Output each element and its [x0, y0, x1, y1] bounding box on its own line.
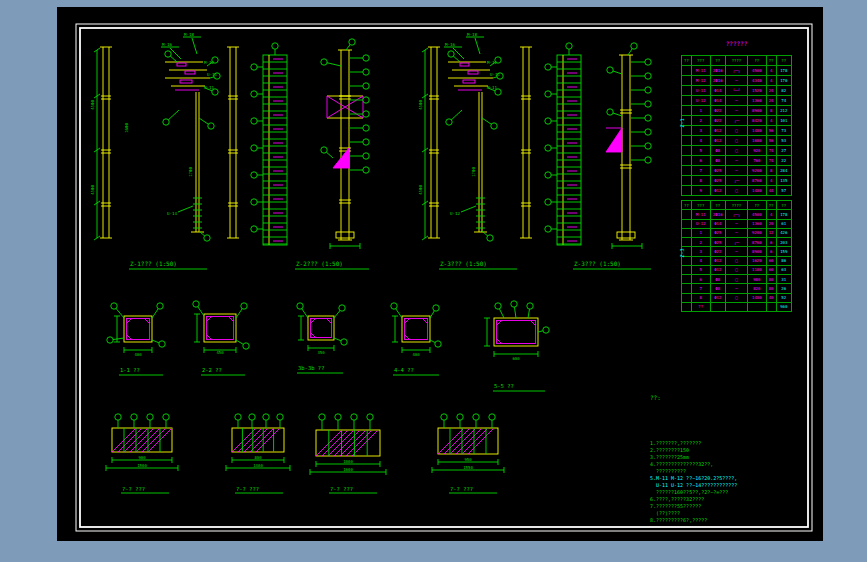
table-cell: [747, 302, 766, 311]
table-cell: □: [725, 186, 747, 196]
table-cell: [682, 275, 692, 284]
table-row: 6Φ8□9808031: [682, 275, 792, 284]
table-cell: 8: [691, 293, 710, 302]
table-cell: 8: [766, 106, 776, 116]
table-cell: 4340: [747, 76, 766, 86]
elev1-label: Z-1??? (1:50): [130, 260, 177, 267]
table-cell: Φ12: [710, 265, 725, 274]
note-line: 1.???????,???????: [650, 440, 815, 447]
table-cell: Φ12: [710, 186, 725, 196]
table-cell: 2: [691, 116, 710, 126]
table-cell: 1360: [747, 96, 766, 106]
table-cell: Φ22: [710, 247, 725, 256]
table-cell: ┌─┐: [725, 66, 747, 76]
balloon-marker: [511, 301, 517, 307]
table-cell: 1480: [747, 293, 766, 302]
note-line: ??????????: [650, 468, 815, 475]
table-cell: 1520: [747, 86, 766, 96]
table-cell: 8900: [747, 106, 766, 116]
table-cell: □: [725, 146, 747, 156]
table-cell: 4: [766, 210, 776, 219]
table-cell: [682, 186, 692, 196]
table-cell: 24: [766, 86, 776, 96]
table-cell: [682, 176, 692, 186]
table-cell: [682, 136, 692, 146]
table-cell: 2Φ16: [710, 66, 725, 76]
table-cell: [725, 302, 747, 311]
table-cell: ─: [725, 106, 747, 116]
rebar-schedule-table-1: ?????????????????M-112Φ16┌─┐45004178M-12…: [681, 55, 792, 196]
balloon-marker: [131, 414, 137, 420]
table-cell: Φ8: [710, 146, 725, 156]
table-cell: 82: [776, 86, 791, 96]
table-cell: 8760: [747, 238, 766, 247]
mid-section-3-dim: 350: [317, 350, 325, 355]
balloon-marker: [607, 109, 613, 115]
table-header-cell: ??: [710, 201, 725, 210]
table-cell: 101: [776, 116, 791, 126]
table-cell: 12: [766, 228, 776, 237]
table-cell: 8420: [747, 116, 766, 126]
table-cell: 5: [691, 265, 710, 274]
balloon-marker: [491, 123, 497, 129]
table-cell: 1180: [747, 265, 766, 274]
table-cell: └─┘: [725, 86, 747, 96]
table-cell: 1080: [747, 136, 766, 146]
table-row: M-112Φ16┌─┐45004178: [682, 66, 792, 76]
table-cell: 24: [766, 96, 776, 106]
table-cell: 56: [766, 126, 776, 136]
table-row: 2Φ22┌─84204101: [682, 116, 792, 126]
table-cell: Φ12: [710, 126, 725, 136]
table-cell: 26: [776, 284, 791, 293]
table-row: M-122Φ16─43404170: [682, 76, 792, 86]
bottom-section-4-dim2: 1550: [463, 465, 473, 470]
table-cell: ─: [725, 96, 747, 106]
elev3-dim4: 1700: [471, 167, 476, 177]
table-cell: [682, 219, 692, 228]
table-cell: ─: [725, 284, 747, 293]
table-cell: 31: [776, 275, 791, 284]
bottom-section-4-dim1: 950: [464, 457, 472, 462]
table-cell: ??: [691, 302, 710, 311]
table-cell: 6: [691, 275, 710, 284]
elev3-ann-top2: M-18: [467, 32, 478, 37]
cad-viewer: M-16 M-18 M-12 U-11 M-11 U-14 4500 4500 …: [0, 0, 867, 562]
elev1-ann-top1: M-16: [162, 42, 173, 47]
mid-section-3-label: 3b-3b ??: [298, 365, 325, 371]
table-cell: 3: [691, 247, 710, 256]
table-cell: ─: [725, 156, 747, 166]
table-cell: 52: [776, 293, 791, 302]
table-cell: 8: [766, 166, 776, 176]
balloon-marker: [335, 414, 341, 420]
balloon-marker: [545, 145, 551, 151]
note-line: 8.?????????6?,?????: [650, 517, 815, 524]
table-cell: □: [725, 265, 747, 274]
table-cell: 7: [691, 166, 710, 176]
balloon-marker: [297, 303, 303, 309]
table-cell: 56: [766, 136, 776, 146]
table-cell: 1: [691, 106, 710, 116]
elev3-dim1: 4500: [418, 100, 423, 110]
table-cell: U-12: [691, 96, 710, 106]
table-cell: ┌─: [725, 116, 747, 126]
balloon-marker: [339, 305, 345, 311]
table-cell: Φ25: [710, 176, 725, 186]
table-cell: 760: [747, 156, 766, 166]
table-cell: 8900: [747, 247, 766, 256]
elev3-dim2: 4500: [418, 185, 423, 195]
note-line: 3.???????25mm: [650, 454, 815, 461]
table-header-row: ?????????????????: [682, 201, 792, 210]
table-side-label-2: Z-3: [679, 246, 685, 260]
note-line: (??)????: [650, 510, 815, 517]
balloon-marker: [645, 73, 651, 79]
balloon-marker: [527, 303, 533, 309]
mid-section-1-label: 1-1 ??: [120, 367, 140, 373]
table-row: M-112Φ16┌─┐45004178: [682, 210, 792, 219]
balloon-marker: [243, 343, 249, 349]
balloon-marker: [545, 64, 551, 70]
balloon-marker: [645, 157, 651, 163]
table-cell: 4: [766, 176, 776, 186]
note-line: 6.????,?????32????: [650, 496, 815, 503]
balloon-marker: [363, 97, 369, 103]
bottom-section-1-dim1: 900: [138, 455, 146, 460]
